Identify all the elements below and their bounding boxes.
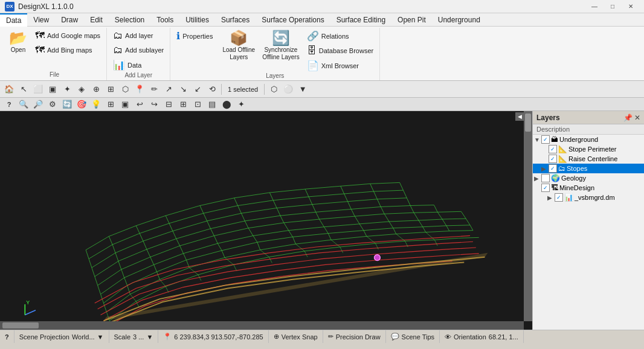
layers-col-header: Description — [533, 124, 644, 135]
relations-button[interactable]: 🔗 Relations — [304, 29, 376, 43]
toolbar-select-btn[interactable]: ⬜ — [31, 83, 45, 96]
scrollbar-thumb-h[interactable] — [2, 322, 39, 328]
tb2-zoom-in-btn[interactable]: 🔍 — [17, 98, 30, 111]
menu-item-surface-editing[interactable]: Surface Editing — [330, 13, 391, 27]
tb2-undo-btn[interactable]: ↩ — [133, 98, 146, 111]
tb2-dot-btn[interactable]: ⊡ — [191, 98, 204, 111]
tb2-zoom-out-btn[interactable]: 🔎 — [31, 98, 45, 111]
add-bing-maps-button[interactable]: 🗺 Add Bing maps — [33, 43, 103, 57]
tree-check-stopes[interactable]: ✓ — [549, 164, 557, 173]
tb2-refresh-btn[interactable]: 🔄 — [60, 98, 74, 111]
tb2-plus2-btn[interactable]: ⊞ — [176, 98, 190, 111]
toolbar-pin-btn[interactable]: 📍 — [133, 83, 146, 96]
toolbar-sw-btn[interactable]: ↙ — [191, 83, 204, 96]
data-icon: 📊 — [113, 59, 125, 71]
menu-item-surface-operations[interactable]: Surface Operations — [256, 13, 330, 27]
toolbar-arrow-btn[interactable]: ↖ — [17, 83, 30, 96]
viewport[interactable]: Y ◀ — [0, 111, 532, 330]
horizontal-scrollbar[interactable] — [0, 321, 524, 330]
tb2-redo-btn[interactable]: ↪ — [147, 98, 161, 111]
tb2-star2-btn[interactable]: ✦ — [234, 98, 248, 111]
maximize-button[interactable]: □ — [604, 1, 621, 13]
scene-projection-segment[interactable]: Scene Projection World... ▼ — [14, 330, 109, 343]
toolbar-home-btn[interactable]: 🏠 — [2, 83, 16, 96]
tree-item-vsbmgrd[interactable]: ▶ ✓ 📊 _vsbmgrd.dm — [533, 193, 644, 202]
close-button[interactable]: ✕ — [622, 1, 639, 13]
minimize-button[interactable]: — — [586, 1, 603, 13]
load-offline-layers-button[interactable]: 📦 Load OfflineLayers — [220, 29, 257, 63]
scrollbar-thumb-v[interactable] — [525, 114, 531, 132]
layers-right-col: 🔗 Relations 🗄 Database Browser 📄 Xml Bro… — [304, 29, 376, 72]
toolbar-cross-btn[interactable]: ⊕ — [89, 83, 103, 96]
orientation-segment: 👁 Orientation 68.21, 1... — [440, 330, 524, 343]
vertical-scrollbar[interactable] — [524, 111, 532, 321]
menu-item-underground[interactable]: Underground — [432, 13, 486, 27]
menu-item-surfaces[interactable]: Surfaces — [215, 13, 256, 27]
menu-item-open-pit[interactable]: Open Pit — [391, 13, 432, 27]
toolbar-diamond-btn[interactable]: ◈ — [75, 83, 88, 96]
tree-item-raise-centerline[interactable]: ✓📐Raise Centerline — [533, 154, 644, 164]
toolbar-grid-btn[interactable]: ⊞ — [104, 83, 117, 96]
tb2-lines-btn[interactable]: ▤ — [205, 98, 219, 111]
scene-tips-segment[interactable]: 💬 Scene Tips — [386, 330, 440, 343]
tb2-bulb-btn[interactable]: 💡 — [89, 98, 103, 111]
database-browser-button[interactable]: 🗄 Database Browser — [304, 44, 376, 57]
tree-item-underground[interactable]: ▼✓🏔Underground — [533, 135, 644, 144]
scale-segment[interactable]: Scale 3 ... ▼ — [109, 330, 159, 343]
tree-item-stopes[interactable]: ▶✓🗂Stopes — [533, 164, 644, 173]
menu-item-view[interactable]: View — [27, 13, 55, 27]
precision-draw-label: Precision Draw — [336, 333, 381, 341]
tb2-box-btn[interactable]: ▣ — [118, 98, 132, 111]
menu-item-draw[interactable]: Draw — [55, 13, 84, 27]
toolbar-star-btn[interactable]: ✦ — [60, 83, 74, 96]
close-layers-icon[interactable]: ✕ — [634, 114, 640, 122]
tree-item-geology[interactable]: ▶🌍Geology — [533, 173, 644, 183]
tree-check-geology[interactable] — [541, 174, 550, 182]
ribbon: 📂 Open 🗺 Add Google maps 🗺 Add Bing maps… — [0, 27, 644, 81]
pin-icon[interactable]: 📌 — [623, 114, 633, 122]
menu-item-utilities[interactable]: Utilities — [179, 13, 215, 27]
tree-check-vsbmgrd[interactable]: ✓ — [555, 193, 563, 202]
tree-check-stope-perimeter[interactable]: ✓ — [549, 145, 557, 153]
add-google-maps-button[interactable]: 🗺 Add Google maps — [33, 29, 103, 42]
menu-item-edit[interactable]: Edit — [84, 13, 109, 27]
tree-check-minedesign[interactable]: ✓ — [541, 184, 550, 192]
tree-item-stope-perimeter[interactable]: ✓📐Stope Perimeter — [533, 144, 644, 154]
toolbar-se-btn[interactable]: ↘ — [176, 83, 190, 96]
help-segment[interactable]: ? — [0, 330, 14, 343]
synchronize-offline-layers-button[interactable]: 🔄 SynchronizeOffline Layers — [260, 29, 302, 63]
help-icon: ? — [5, 333, 9, 341]
toolbar-hex-btn[interactable]: ⬡ — [118, 83, 132, 96]
tb2-target-btn[interactable]: 🎯 — [75, 98, 88, 111]
toolbar-shape-btn[interactable]: ⬡ — [267, 83, 280, 96]
tree-check-raise-centerline[interactable]: ✓ — [549, 155, 557, 163]
open-button[interactable]: 📂 Open — [6, 29, 30, 56]
toolbar-rotate-btn[interactable]: ⟲ — [205, 83, 219, 96]
bing-maps-icon: 🗺 — [35, 45, 45, 56]
vertex-snap-segment[interactable]: ⊕ Vertex Snap — [269, 330, 323, 343]
menu-item-tools[interactable]: Tools — [150, 13, 179, 27]
menu-item-data[interactable]: Data — [0, 13, 27, 27]
tb2-circle-btn[interactable]: ⬤ — [220, 98, 233, 111]
orientation-icon: 👁 — [445, 333, 451, 341]
status-bar: ? Scene Projection World... ▼ Scale 3 ..… — [0, 330, 644, 343]
precision-draw-segment[interactable]: ✏ Precision Draw — [323, 330, 386, 343]
toolbar-ne-btn[interactable]: ↗ — [162, 83, 175, 96]
tree-check-underground[interactable]: ✓ — [541, 135, 550, 144]
tb2-minus-btn[interactable]: ⊟ — [162, 98, 175, 111]
menu-item-selection[interactable]: Selection — [109, 13, 150, 27]
toolbar-edit-btn[interactable]: ✏ — [147, 83, 161, 96]
toolbar-dropdown-btn[interactable]: ▼ — [296, 83, 309, 96]
tb2-grid2-btn[interactable]: ⊞ — [104, 98, 117, 111]
toolbar-select2-btn[interactable]: ▣ — [46, 83, 59, 96]
toolbar-sphere-btn[interactable]: ⚪ — [282, 83, 295, 96]
add-layer-button[interactable]: 🗂 Add layer — [111, 29, 166, 42]
tb2-help-btn[interactable]: ? — [2, 98, 16, 111]
tb2-gear-btn[interactable]: ⚙ — [46, 98, 59, 111]
add-sublayer-button[interactable]: 🗂 Add sublayer — [111, 43, 166, 57]
collapse-panel-button[interactable]: ◀ — [515, 112, 524, 121]
tree-item-minedesign[interactable]: ✓🏗MineDesign — [533, 183, 644, 193]
data-button[interactable]: 📊 Data — [111, 58, 166, 72]
properties-button[interactable]: ℹ Properties — [174, 29, 215, 43]
xml-browser-button[interactable]: 📄 Xml Browser — [304, 59, 376, 72]
